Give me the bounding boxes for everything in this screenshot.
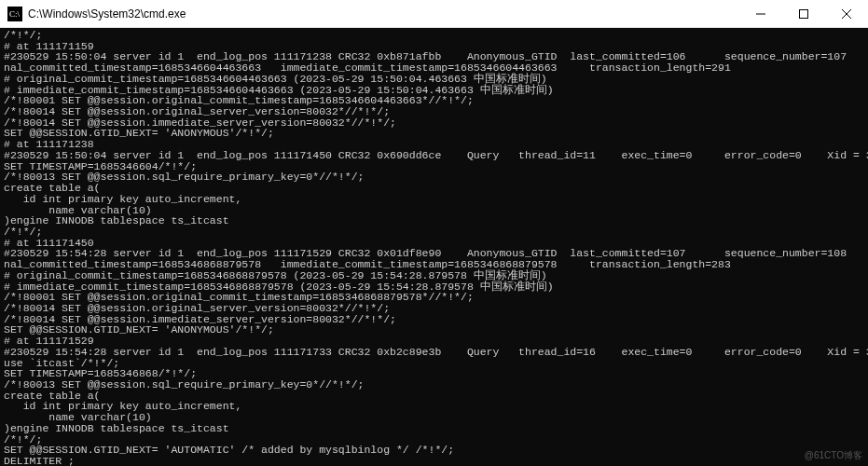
terminal-output[interactable]: /*!*/; # at 111171159 #230529 15:50:04 s…	[0, 28, 868, 466]
close-button[interactable]	[825, 0, 868, 27]
svg-text:C:\: C:\	[9, 9, 21, 19]
svg-rect-3	[800, 9, 808, 18]
cmd-icon: C:\	[7, 7, 22, 21]
minimize-button[interactable]	[739, 0, 782, 27]
window-controls	[739, 0, 868, 27]
window-title: C:\Windows\System32\cmd.exe	[28, 7, 186, 21]
titlebar: C:\ C:\Windows\System32\cmd.exe	[0, 0, 868, 28]
watermark: @61CTO博客	[805, 449, 862, 462]
maximize-button[interactable]	[782, 0, 825, 27]
